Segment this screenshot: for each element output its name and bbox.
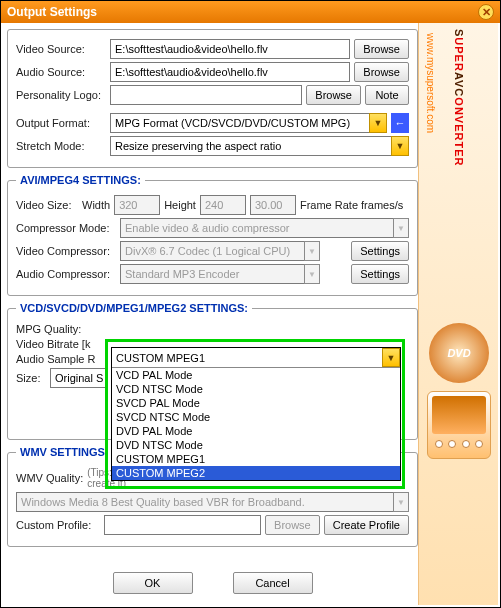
audio-source-input[interactable]: [110, 62, 350, 82]
avi-legend: AVI/MPEG4 SETTINGS:: [16, 174, 145, 186]
player-icon: [427, 391, 491, 459]
chevron-down-icon[interactable]: ▼: [391, 136, 409, 156]
video-source-label: Video Source:: [16, 43, 106, 55]
output-format-label: Output Format:: [16, 117, 106, 129]
close-icon[interactable]: ✕: [478, 4, 494, 20]
stretch-mode-select[interactable]: Resize preserving the aspect ratio ▼: [110, 136, 409, 156]
wmv-quality-label: WMV Quality:: [16, 472, 83, 484]
back-arrow-icon[interactable]: ←: [391, 113, 409, 133]
content-area: Video Source: Browse Audio Source: Brows…: [7, 29, 418, 599]
settings-button[interactable]: Settings: [351, 241, 409, 261]
window-title: Output Settings: [7, 5, 478, 19]
chevron-down-icon[interactable]: ▼: [382, 348, 400, 367]
video-compressor-label: Video Compressor:: [16, 245, 116, 257]
custom-profile-label: Custom Profile:: [16, 519, 100, 531]
width-label: Width: [82, 199, 110, 211]
dropdown-option[interactable]: DVD NTSC Mode: [112, 438, 400, 452]
dropdown-selected[interactable]: CUSTOM MPEG1 ▼: [112, 348, 400, 368]
wmv-legend: WMV SETTINGS:: [16, 446, 113, 458]
output-format-select[interactable]: MPG Format (VCD/SVCD/DVD/CUSTOM MPG) ▼: [110, 113, 387, 133]
chevron-down-icon[interactable]: ▼: [369, 113, 387, 133]
brand-url: www.mysupersoft.com: [425, 33, 436, 133]
audio-compressor-select: Standard MP3 Encoder▼: [120, 264, 320, 284]
source-group: Video Source: Browse Audio Source: Brows…: [7, 29, 418, 168]
personality-logo-input[interactable]: [110, 85, 302, 105]
width-input: [114, 195, 160, 215]
browse-button: Browse: [265, 515, 320, 535]
sidebar-brand: www.mysupersoft.com SUPERAVCONVERTER DVD: [418, 23, 498, 605]
audio-source-label: Audio Source:: [16, 66, 106, 78]
avi-group: AVI/MPEG4 SETTINGS: Video Size: Width He…: [7, 174, 418, 296]
bottom-bar: OK Cancel: [7, 567, 418, 599]
video-source-input[interactable]: [110, 39, 350, 59]
stretch-mode-label: Stretch Mode:: [16, 140, 106, 152]
cancel-button[interactable]: Cancel: [233, 572, 313, 594]
compressor-mode-label: Compressor Mode:: [16, 222, 116, 234]
create-profile-button[interactable]: Create Profile: [324, 515, 409, 535]
dropdown-option[interactable]: SVCD PAL Mode: [112, 396, 400, 410]
dropdown-option[interactable]: SVCD NTSC Mode: [112, 410, 400, 424]
size-select[interactable]: Original S: [50, 368, 108, 388]
fps-label: Frame Rate frames/s: [300, 199, 403, 211]
dvd-icon: DVD: [429, 323, 489, 383]
video-compressor-select: DivX® 6.7 Codec (1 Logical CPU)▼: [120, 241, 320, 261]
video-size-label: Video Size:: [16, 199, 78, 211]
dropdown-option[interactable]: DVD PAL Mode: [112, 424, 400, 438]
video-bitrate-label: Video Bitrate [k: [16, 338, 106, 350]
mpg-legend: VCD/SVCD/DVD/MPEG1/MPEG2 SETTINGS:: [16, 302, 252, 314]
height-input: [200, 195, 246, 215]
dropdown-option[interactable]: VCD PAL Mode: [112, 368, 400, 382]
dropdown-option[interactable]: VCD NTSC Mode: [112, 382, 400, 396]
audio-sample-label: Audio Sample R: [16, 353, 106, 365]
browse-button[interactable]: Browse: [354, 62, 409, 82]
compressor-mode-select: Enable video & audio compressor▼: [120, 218, 409, 238]
mpg-quality-label: MPG Quality:: [16, 323, 94, 335]
custom-profile-input: [104, 515, 261, 535]
mpg-quality-dropdown[interactable]: CUSTOM MPEG1 ▼ VCD PAL ModeVCD NTSC Mode…: [111, 347, 401, 481]
audio-compressor-label: Audio Compressor:: [16, 268, 116, 280]
size-label: Size:: [16, 372, 46, 384]
height-label: Height: [164, 199, 196, 211]
browse-button[interactable]: Browse: [306, 85, 361, 105]
fps-input: [250, 195, 296, 215]
ok-button[interactable]: OK: [113, 572, 193, 594]
dropdown-option[interactable]: CUSTOM MPEG2: [112, 466, 400, 480]
brand-logo: SUPERAVCONVERTER: [448, 29, 469, 166]
wmv-profile-select: Windows Media 8 Best Quality based VBR f…: [16, 492, 409, 512]
note-button[interactable]: Note: [365, 85, 409, 105]
titlebar: Output Settings ✕: [1, 1, 500, 23]
settings-button[interactable]: Settings: [351, 264, 409, 284]
dropdown-option[interactable]: CUSTOM MPEG1: [112, 452, 400, 466]
browse-button[interactable]: Browse: [354, 39, 409, 59]
personality-logo-label: Personality Logo:: [16, 89, 106, 101]
